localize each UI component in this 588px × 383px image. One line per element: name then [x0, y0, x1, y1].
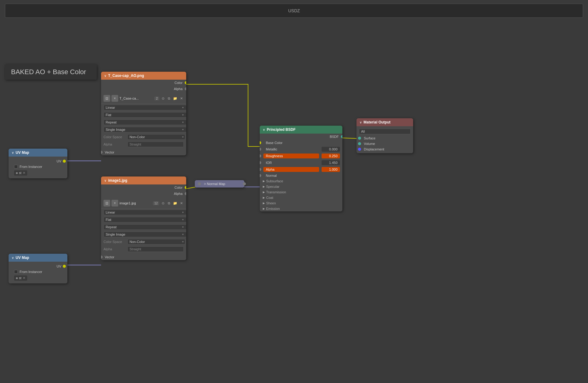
matout-displacement-row: Displacement [356, 146, 413, 152]
matout-surface-label: Surface [364, 136, 375, 140]
bsdf-metallic-socket [260, 148, 261, 151]
img1-copy-icon[interactable]: ⧉ [167, 96, 172, 101]
bsdf-subsurface-label: Subsurface [266, 179, 283, 183]
matout-chevron: ∨ [360, 121, 362, 124]
img1-alpha-input[interactable] [127, 142, 184, 147]
img1-close-icon[interactable]: ✕ [179, 96, 184, 101]
uv1-st-chip[interactable]: st ✕ [14, 170, 27, 176]
img2-icon2: ▼ [111, 200, 118, 207]
uv1-uv-socket [63, 160, 66, 163]
uv2-header-label: UV Map [16, 256, 29, 260]
img2-extension-select[interactable]: Repeat Extend [104, 224, 186, 230]
img2-alpha-input[interactable] [127, 246, 184, 252]
img2-shield-icon[interactable]: ⊙ [160, 201, 165, 206]
uv2-uv-socket [63, 265, 66, 268]
img2-interpolation-select[interactable]: Linear Closest Cubic [104, 210, 186, 215]
img1-alpha-prop-label: Alpha [104, 142, 125, 146]
bsdf-alpha-value: 1.000 [322, 167, 340, 172]
img1-extension-select[interactable]: Repeat Extend Clip [104, 119, 186, 125]
matout-volume-socket [358, 142, 361, 145]
normal-map-node[interactable]: > Normal Map [195, 180, 244, 188]
bsdf-sheen-chevron: ▶ [263, 202, 265, 205]
img1-shield-icon[interactable]: ⊙ [160, 96, 165, 101]
uv1-st-close[interactable]: ✕ [23, 171, 25, 175]
img1-thumb: 🖼 [104, 95, 110, 102]
svg-line-4 [341, 138, 357, 138]
image-node-2[interactable]: ∨ image1.jpg Color Alpha 🖼 ▼ image1.jpg … [101, 176, 186, 260]
img2-alpha-label: Alpha [174, 192, 183, 195]
top-bar: USDZ [5, 4, 583, 18]
matout-volume-row: Volume [356, 141, 413, 146]
bsdf-ior-label: IOR [263, 161, 319, 165]
img1-color-socket [185, 81, 186, 84]
bsdf-subsurface-row[interactable]: ▶ Subsurface [260, 178, 342, 184]
img2-close-icon[interactable]: ✕ [179, 201, 184, 206]
matout-surface-socket [358, 137, 361, 140]
matout-header-label: Material Output [364, 120, 390, 124]
img1-alpha-label: Alpha [174, 87, 183, 91]
img1-interpolation-select[interactable]: Linear Closest Cubic Smart [104, 105, 186, 110]
bsdf-chevron: ∨ [263, 128, 265, 131]
matout-displacement-socket [358, 148, 361, 151]
matout-surface-row: Surface [356, 135, 413, 141]
img2-color-socket [185, 186, 186, 189]
bsdf-emission-row[interactable]: ▶ Emission [260, 206, 342, 211]
bsdf-sub-chevron: ▶ [263, 180, 265, 183]
image-node-1[interactable]: ∨ T_Case-cap_AO.png Color Alpha 🖼 ▼ T_Ca… [101, 72, 186, 155]
bsdf-normal-label: Normal [263, 174, 277, 177]
nm-color-in-socket [198, 182, 201, 185]
img1-folder-icon[interactable]: 📁 [173, 96, 178, 101]
uv2-from-instancer-checkbox[interactable] [14, 270, 18, 274]
bsdf-emission-label: Emission [266, 207, 280, 210]
img1-alpha-socket [185, 87, 186, 90]
bsdf-ior-socket [260, 161, 261, 164]
bsdf-trans-chevron: ▶ [263, 191, 265, 194]
bsdf-specular-label: Specular [266, 185, 279, 188]
img1-icon2: ▼ [111, 95, 118, 102]
img1-header: T_Case-cap_AO.png [108, 74, 144, 78]
bsdf-transmission-row[interactable]: ▶ Transmission [260, 189, 342, 195]
matout-displacement-label: Displacement [364, 147, 384, 151]
bsdf-normal-socket [260, 174, 261, 177]
img2-colorspace-label: Color Space [104, 240, 125, 244]
img2-copy-icon[interactable]: ⧉ [167, 201, 172, 206]
uv-node-1[interactable]: ∨ UV Map UV From Instancer st ✕ [9, 149, 67, 178]
bsdf-transmission-label: Transmission [266, 190, 286, 194]
uv2-st-close[interactable]: ✕ [23, 276, 25, 280]
bsdf-node[interactable]: ∨ Principled BSDF BSDF Base Color Metall… [260, 126, 342, 211]
bsdf-bsdf-label: BSDF [330, 135, 339, 138]
img1-chevron: ∨ [104, 74, 106, 78]
img2-vector-label: Vector [105, 255, 114, 259]
img2-folder-icon[interactable]: 📁 [173, 201, 178, 206]
bsdf-sheen-label: Sheen [266, 201, 276, 205]
img2-source-select[interactable]: Single Image Movie [104, 232, 186, 237]
bsdf-metallic-value: 0.000 [322, 147, 340, 152]
img2-header: image1.jpg [108, 178, 127, 183]
uv1-from-instancer-checkbox[interactable] [14, 165, 18, 169]
img2-filename: image1.jpg [119, 201, 152, 205]
matout-all-select[interactable]: All Cycles EEVEE [359, 129, 411, 134]
material-output-node[interactable]: ∨ Material Output All Cycles EEVEE Surfa… [356, 118, 413, 153]
img1-filename: T_Case-ca... [119, 97, 153, 100]
img1-source-select[interactable]: Single Image Movie Sequence [104, 127, 186, 132]
uv1-st-label: st [19, 171, 21, 175]
bsdf-basecolor-socket [260, 141, 261, 144]
img2-colorspace-select[interactable]: Non-Color sRGB [127, 239, 185, 245]
bsdf-specular-row[interactable]: ▶ Specular [260, 184, 342, 189]
bsdf-roughness-label: Roughness [263, 154, 319, 158]
img1-projection-select[interactable]: Flat Box Sphere Tube [104, 112, 186, 118]
bsdf-metallic-label: Metallic [263, 147, 319, 151]
img2-thumb: 🖼 [104, 200, 110, 207]
img1-color-label: Color [175, 81, 183, 85]
bsdf-basecolor-label: Base Color [263, 141, 282, 145]
img2-chevron: ∨ [104, 179, 106, 182]
img2-projection-select[interactable]: Flat Box [104, 217, 186, 222]
title-label: USDZ [288, 8, 300, 13]
bsdf-coat-row[interactable]: ▶ Coat [260, 195, 342, 200]
img2-vector-socket [101, 256, 103, 259]
uv2-st-chip[interactable]: st ✕ [14, 275, 27, 281]
uv2-chevron: ∨ [12, 256, 14, 260]
bsdf-sheen-row[interactable]: ▶ Sheen [260, 200, 342, 206]
uv-node-2[interactable]: ∨ UV Map UV From Instancer st ✕ [9, 254, 67, 283]
img1-colorspace-select[interactable]: Non-Color sRGB Linear [127, 134, 185, 140]
